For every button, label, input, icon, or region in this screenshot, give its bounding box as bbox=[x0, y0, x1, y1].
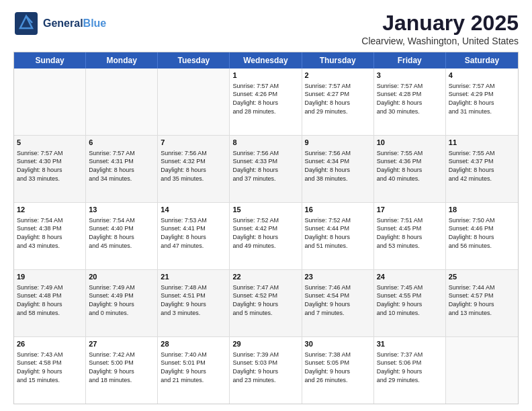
cell-content: Sunrise: 7:49 AMSunset: 4:49 PMDaylight:… bbox=[89, 283, 154, 317]
cell-content: Sunrise: 7:47 AMSunset: 4:52 PMDaylight:… bbox=[232, 283, 298, 317]
calendar-cell-1-3 bbox=[158, 68, 230, 135]
calendar-cell-5-5: 30Sunrise: 7:38 AMSunset: 5:05 PMDayligh… bbox=[302, 337, 374, 404]
cell-content: Sunrise: 7:45 AMSunset: 4:55 PMDaylight:… bbox=[377, 283, 443, 317]
header: GeneralBlue January 2025 Clearview, Wash… bbox=[13, 11, 519, 46]
day-number: 20 bbox=[89, 272, 154, 282]
day-number: 19 bbox=[17, 272, 83, 282]
cell-content: Sunrise: 7:51 AMSunset: 4:45 PMDaylight:… bbox=[377, 216, 443, 250]
calendar-header-monday: Monday bbox=[86, 52, 158, 68]
cell-content: Sunrise: 7:44 AMSunset: 4:57 PMDaylight:… bbox=[449, 283, 515, 317]
day-number: 6 bbox=[89, 138, 154, 148]
main-title: January 2025 bbox=[361, 11, 519, 36]
day-number: 22 bbox=[232, 272, 298, 282]
cell-content: Sunrise: 7:46 AMSunset: 4:54 PMDaylight:… bbox=[305, 283, 371, 317]
calendar-header-thursday: Thursday bbox=[302, 52, 374, 68]
day-number: 2 bbox=[305, 71, 371, 81]
logo-icon bbox=[13, 11, 39, 36]
calendar-cell-4-7: 25Sunrise: 7:44 AMSunset: 4:57 PMDayligh… bbox=[446, 270, 518, 336]
calendar-cell-4-6: 24Sunrise: 7:45 AMSunset: 4:55 PMDayligh… bbox=[374, 270, 446, 336]
cell-content: Sunrise: 7:54 AMSunset: 4:40 PMDaylight:… bbox=[89, 216, 154, 250]
day-number: 28 bbox=[161, 339, 226, 349]
cell-content: Sunrise: 7:52 AMSunset: 4:42 PMDaylight:… bbox=[232, 216, 298, 250]
logo-blue: Blue bbox=[83, 17, 107, 29]
cell-content: Sunrise: 7:39 AMSunset: 5:03 PMDaylight:… bbox=[232, 351, 298, 384]
calendar-cell-2-4: 8Sunrise: 7:56 AMSunset: 4:33 PMDaylight… bbox=[230, 136, 302, 202]
cell-content: Sunrise: 7:57 AMSunset: 4:31 PMDaylight:… bbox=[89, 149, 154, 183]
calendar-cell-3-3: 14Sunrise: 7:53 AMSunset: 4:41 PMDayligh… bbox=[158, 203, 230, 269]
calendar-header-saturday: Saturday bbox=[446, 52, 518, 68]
day-number: 3 bbox=[377, 71, 443, 81]
day-number: 14 bbox=[161, 205, 226, 215]
day-number: 27 bbox=[89, 339, 154, 349]
calendar-cell-4-5: 23Sunrise: 7:46 AMSunset: 4:54 PMDayligh… bbox=[302, 270, 374, 336]
day-number: 21 bbox=[161, 272, 226, 282]
calendar-row-4: 19Sunrise: 7:49 AMSunset: 4:48 PMDayligh… bbox=[14, 269, 518, 336]
calendar-cell-3-2: 13Sunrise: 7:54 AMSunset: 4:40 PMDayligh… bbox=[86, 203, 158, 269]
day-number: 24 bbox=[377, 272, 443, 282]
day-number: 25 bbox=[449, 272, 515, 282]
cell-content: Sunrise: 7:37 AMSunset: 5:06 PMDaylight:… bbox=[377, 351, 443, 384]
day-number: 7 bbox=[161, 138, 226, 148]
calendar-cell-3-4: 15Sunrise: 7:52 AMSunset: 4:42 PMDayligh… bbox=[230, 203, 302, 269]
calendar-cell-1-1 bbox=[14, 68, 86, 135]
cell-content: Sunrise: 7:57 AMSunset: 4:26 PMDaylight:… bbox=[232, 82, 298, 116]
day-number: 30 bbox=[305, 339, 371, 349]
day-number: 15 bbox=[232, 205, 298, 215]
calendar-cell-3-1: 12Sunrise: 7:54 AMSunset: 4:38 PMDayligh… bbox=[14, 203, 86, 269]
calendar-cell-1-6: 3Sunrise: 7:57 AMSunset: 4:28 PMDaylight… bbox=[374, 68, 446, 135]
calendar-cell-5-6: 31Sunrise: 7:37 AMSunset: 5:06 PMDayligh… bbox=[374, 337, 446, 404]
calendar-row-2: 5Sunrise: 7:57 AMSunset: 4:30 PMDaylight… bbox=[14, 135, 518, 202]
calendar-cell-5-1: 26Sunrise: 7:43 AMSunset: 4:58 PMDayligh… bbox=[14, 337, 86, 404]
day-number: 9 bbox=[305, 138, 371, 148]
calendar-row-1: 1Sunrise: 7:57 AMSunset: 4:26 PMDaylight… bbox=[14, 68, 518, 135]
day-number: 8 bbox=[232, 138, 298, 148]
calendar-cell-4-2: 20Sunrise: 7:49 AMSunset: 4:49 PMDayligh… bbox=[86, 270, 158, 336]
day-number: 16 bbox=[305, 205, 371, 215]
calendar: SundayMondayTuesdayWednesdayThursdayFrid… bbox=[13, 52, 519, 404]
cell-content: Sunrise: 7:38 AMSunset: 5:05 PMDaylight:… bbox=[305, 351, 371, 384]
cell-content: Sunrise: 7:57 AMSunset: 4:29 PMDaylight:… bbox=[449, 82, 515, 116]
cell-content: Sunrise: 7:40 AMSunset: 5:01 PMDaylight:… bbox=[161, 351, 226, 384]
calendar-cell-3-7: 18Sunrise: 7:50 AMSunset: 4:46 PMDayligh… bbox=[446, 203, 518, 269]
day-number: 12 bbox=[17, 205, 83, 215]
calendar-cell-3-6: 17Sunrise: 7:51 AMSunset: 4:45 PMDayligh… bbox=[374, 203, 446, 269]
cell-content: Sunrise: 7:56 AMSunset: 4:32 PMDaylight:… bbox=[161, 149, 226, 183]
calendar-cell-2-2: 6Sunrise: 7:57 AMSunset: 4:31 PMDaylight… bbox=[86, 136, 158, 202]
calendar-cell-1-7: 4Sunrise: 7:57 AMSunset: 4:29 PMDaylight… bbox=[446, 68, 518, 135]
day-number: 23 bbox=[305, 272, 371, 282]
calendar-cell-4-1: 19Sunrise: 7:49 AMSunset: 4:48 PMDayligh… bbox=[14, 270, 86, 336]
cell-content: Sunrise: 7:56 AMSunset: 4:34 PMDaylight:… bbox=[305, 149, 371, 183]
day-number: 11 bbox=[449, 138, 515, 148]
day-number: 4 bbox=[449, 71, 515, 81]
calendar-cell-1-4: 1Sunrise: 7:57 AMSunset: 4:26 PMDaylight… bbox=[230, 68, 302, 135]
calendar-header: SundayMondayTuesdayWednesdayThursdayFrid… bbox=[14, 52, 518, 68]
calendar-cell-2-6: 10Sunrise: 7:55 AMSunset: 4:36 PMDayligh… bbox=[374, 136, 446, 202]
cell-content: Sunrise: 7:43 AMSunset: 4:58 PMDaylight:… bbox=[17, 351, 83, 384]
calendar-cell-3-5: 16Sunrise: 7:52 AMSunset: 4:44 PMDayligh… bbox=[302, 203, 374, 269]
calendar-body: 1Sunrise: 7:57 AMSunset: 4:26 PMDaylight… bbox=[14, 68, 518, 404]
calendar-cell-1-5: 2Sunrise: 7:57 AMSunset: 4:27 PMDaylight… bbox=[302, 68, 374, 135]
calendar-cell-5-2: 27Sunrise: 7:42 AMSunset: 5:00 PMDayligh… bbox=[86, 337, 158, 404]
subtitle: Clearview, Washington, United States bbox=[361, 36, 519, 46]
calendar-cell-5-7 bbox=[446, 337, 518, 404]
calendar-cell-5-4: 29Sunrise: 7:39 AMSunset: 5:03 PMDayligh… bbox=[230, 337, 302, 404]
day-number: 26 bbox=[17, 339, 83, 349]
calendar-cell-2-7: 11Sunrise: 7:55 AMSunset: 4:37 PMDayligh… bbox=[446, 136, 518, 202]
cell-content: Sunrise: 7:49 AMSunset: 4:48 PMDaylight:… bbox=[17, 283, 83, 317]
cell-content: Sunrise: 7:42 AMSunset: 5:00 PMDaylight:… bbox=[89, 351, 154, 384]
calendar-cell-1-2 bbox=[86, 68, 158, 135]
logo-text: GeneralBlue bbox=[43, 17, 106, 30]
page: GeneralBlue January 2025 Clearview, Wash… bbox=[0, 0, 532, 411]
calendar-cell-2-3: 7Sunrise: 7:56 AMSunset: 4:32 PMDaylight… bbox=[158, 136, 230, 202]
cell-content: Sunrise: 7:55 AMSunset: 4:36 PMDaylight:… bbox=[377, 149, 443, 183]
day-number: 31 bbox=[377, 339, 443, 349]
calendar-cell-5-3: 28Sunrise: 7:40 AMSunset: 5:01 PMDayligh… bbox=[158, 337, 230, 404]
day-number: 10 bbox=[377, 138, 443, 148]
day-number: 5 bbox=[17, 138, 83, 148]
calendar-cell-2-5: 9Sunrise: 7:56 AMSunset: 4:34 PMDaylight… bbox=[302, 136, 374, 202]
cell-content: Sunrise: 7:52 AMSunset: 4:44 PMDaylight:… bbox=[305, 216, 371, 250]
calendar-header-friday: Friday bbox=[374, 52, 446, 68]
cell-content: Sunrise: 7:53 AMSunset: 4:41 PMDaylight:… bbox=[161, 216, 226, 250]
logo: GeneralBlue bbox=[13, 11, 106, 36]
cell-content: Sunrise: 7:48 AMSunset: 4:51 PMDaylight:… bbox=[161, 283, 226, 317]
